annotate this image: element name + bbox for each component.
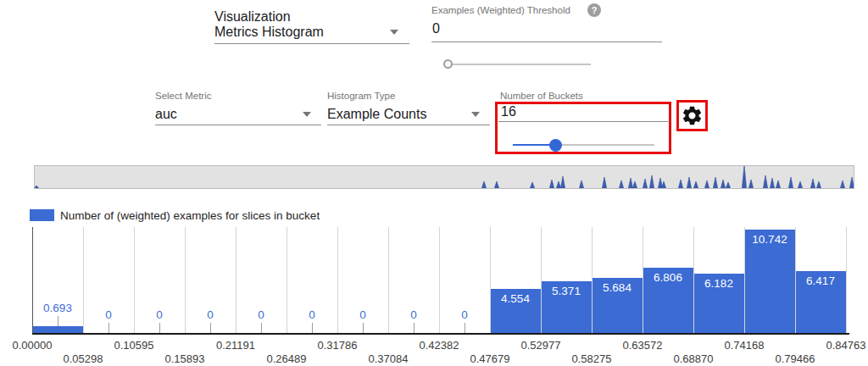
metrics-histogram-panel: Visualization Metrics Histogram Examples… [0, 0, 868, 366]
bar-value-label: 4.554 [501, 292, 530, 305]
metrics-histogram-chart: 0.693000000004.5545.3715.6846.8066.18210… [0, 0, 868, 366]
gridline [388, 227, 389, 334]
y-axis-line [32, 227, 33, 334]
annotation-stem [465, 323, 465, 333]
annotation-stem [210, 323, 211, 333]
gridline [134, 227, 135, 334]
bar-value-label: 6.806 [654, 271, 682, 284]
gridline [846, 227, 847, 334]
x-tick-label: 0.74168 [725, 339, 765, 352]
annotation-stem [414, 323, 415, 333]
annotation-stem [363, 323, 364, 333]
x-tick-label: 0.84763 [826, 339, 866, 352]
gridline [83, 227, 84, 334]
x-tick-label: 0.05298 [64, 352, 103, 365]
x-tick-label: 0.15893 [165, 352, 205, 365]
gridline [439, 227, 440, 334]
bar-value-label: 0 [207, 308, 214, 321]
annotation-stem [108, 323, 109, 333]
bar-value-label: 6.182 [704, 277, 733, 290]
bar-value-label: 0 [359, 308, 366, 321]
x-tick-label: 0.26489 [267, 352, 307, 365]
x-tick-label: 0.21191 [216, 339, 255, 352]
x-tick-label: 0.00000 [13, 339, 53, 352]
bar-value-label: 0 [410, 308, 417, 321]
annotation-stem [58, 316, 58, 326]
x-tick-label: 0.58275 [572, 352, 612, 365]
histogram-bar[interactable] [33, 326, 83, 333]
x-tick-label: 0.10595 [114, 339, 154, 352]
bar-value-label: 0 [258, 308, 264, 321]
x-tick-label: 0.79466 [776, 352, 815, 365]
gridline [185, 227, 186, 334]
bar-value-label: 5.684 [603, 281, 632, 294]
gridline [287, 227, 287, 334]
x-tick-label: 0.68870 [674, 352, 714, 365]
bar-value-label: 0 [105, 308, 112, 321]
x-tick-label: 0.42382 [420, 339, 459, 352]
x-tick-label: 0.37084 [369, 352, 409, 365]
x-tick-label: 0.31786 [318, 339, 358, 352]
annotation-stem [159, 323, 160, 333]
gridline [337, 227, 338, 334]
annotation-stem [312, 323, 313, 333]
bar-value-label: 6.417 [806, 274, 835, 287]
bar-value-label: 10.742 [752, 233, 787, 246]
chart-baseline [32, 333, 849, 335]
annotation-stem [261, 323, 262, 333]
x-tick-label: 0.47679 [470, 352, 510, 365]
gridline [236, 227, 236, 334]
bar-value-label: 0 [309, 308, 315, 321]
bar-value-label: 0 [156, 308, 163, 321]
bar-value-label: 0.693 [43, 302, 72, 314]
x-tick-label: 0.63572 [623, 339, 663, 352]
bar-value-label: 0 [461, 308, 468, 321]
x-tick-label: 0.52977 [521, 339, 561, 352]
bar-value-label: 5.371 [552, 285, 581, 297]
